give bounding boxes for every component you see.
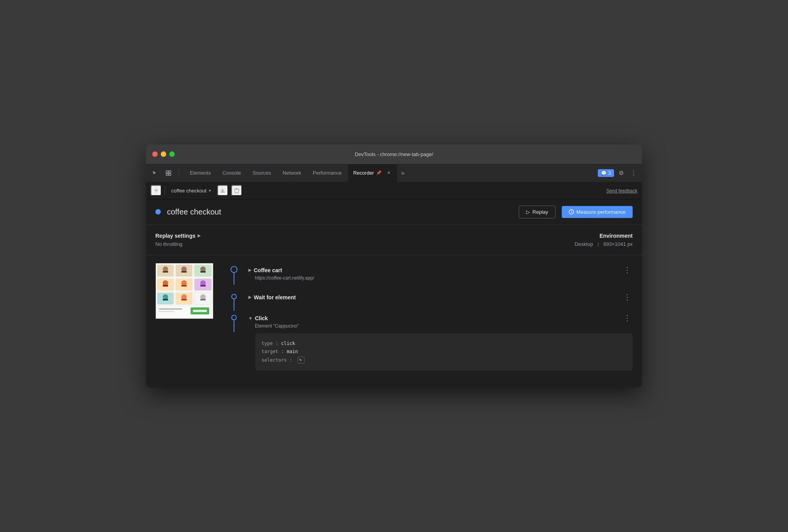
code-target-key: target [262,349,278,354]
export-button[interactable] [217,185,228,196]
more-options-button[interactable]: ⋮ [628,168,639,178]
code-selectors-key: selectors [262,357,287,363]
maximize-button[interactable] [169,151,175,157]
env-type: Desktop [575,241,593,247]
step-2-more-button[interactable]: ⋮ [622,292,633,302]
step-1-body: ▶ Coffee cart ⋮ https://coffee-cart.netl… [243,265,633,290]
svg-rect-38 [193,310,207,312]
measure-performance-button[interactable]: Measure performance [562,206,633,218]
more-tabs-button[interactable]: » [398,165,408,182]
code-target-line: target : main [262,348,626,356]
toolbar-divider [165,186,165,195]
step-3-line [234,320,234,332]
steps-list: ▶ Coffee cart ⋮ https://coffee-cart.netl… [225,263,633,380]
tab-bar: Elements Console Sources Network Perform… [146,165,642,182]
recording-header: coffee checkout ▷ Replay Measure perform… [146,199,642,225]
tab-elements[interactable]: Elements [184,165,216,182]
svg-rect-0 [166,171,168,173]
replay-label: Replay [532,209,548,215]
svg-rect-36 [159,311,174,312]
tab-close-icon[interactable]: ✕ [385,170,392,176]
settings-section: Replay settings ▶ No throttling Environm… [146,225,642,255]
code-selectors-line: selectors : [262,356,626,365]
svg-rect-4 [220,192,225,192]
step-item-coffee-cart: ▶ Coffee cart ⋮ https://coffee-cart.netl… [225,263,633,290]
issues-icon: 💬 [601,170,607,176]
svg-point-19 [163,280,168,286]
step-3-name: Click [255,315,268,321]
step-3-dot [231,315,237,320]
svg-point-14 [200,266,206,272]
delete-button[interactable] [231,185,242,196]
step-2-line [234,299,234,311]
step-item-click: ▼ Click ⋮ Element "Cappucino" type : cli… [225,311,633,380]
svg-rect-20 [163,285,168,287]
tab-divider [179,168,179,178]
step-2-expand-icon[interactable]: ▶ [248,295,251,300]
add-recording-button[interactable]: + [151,185,162,196]
window-title: DevTools - chrome://new-tab-page/ [355,151,433,157]
svg-rect-35 [159,308,182,310]
tab-sources[interactable]: Sources [247,165,277,182]
code-type-line: type : click [262,340,626,348]
svg-rect-24 [200,285,206,287]
settings-expand-icon: ▶ [198,233,201,238]
svg-rect-2 [166,173,168,175]
step-3-timeline [225,313,243,332]
send-feedback-link[interactable]: Send feedback [606,188,637,194]
svg-point-12 [181,266,187,272]
svg-rect-22 [181,285,187,287]
step-2-name: Wait for element [254,294,296,300]
minimize-button[interactable] [161,151,166,157]
tab-recorder[interactable]: Recorder 📌 ✕ [348,165,397,182]
code-type-value: click [281,341,295,346]
svg-rect-3 [169,173,171,175]
recording-screenshot [155,263,213,319]
step-3-subtitle: Element "Cappucino" [248,323,633,329]
step-1-timeline [225,265,243,285]
step-1-title-row: ▶ Coffee cart ⋮ [248,266,633,275]
environment-label: Environment [394,233,633,239]
tab-console[interactable]: Console [217,165,246,182]
recording-status-indicator [155,209,161,215]
svg-rect-11 [163,271,168,273]
svg-rect-33 [200,299,206,300]
toolbar-right: Send feedback [606,187,637,194]
step-1-dot [231,266,237,273]
replay-button[interactable]: ▷ Replay [519,206,555,218]
step-1-url: https://coffee-cart.netlify.app/ [248,275,633,281]
replay-settings-panel: Replay settings ▶ No throttling [155,233,394,247]
title-bar: DevTools - chrome://new-tab-page/ [146,144,642,165]
step-3-more-button[interactable]: ⋮ [622,313,633,323]
inspect-icon[interactable] [163,168,174,178]
issues-badge-button[interactable]: 💬 3 [598,169,614,177]
recording-selector[interactable]: coffee checkout ▾ [168,186,214,195]
environment-value: Desktop | 893×1041 px [394,241,633,247]
env-separator: | [597,241,600,247]
replay-play-icon: ▷ [526,209,530,215]
recording-toolbar: + coffee checkout ▾ Send feedback [146,182,642,199]
selector-picker-icon[interactable] [298,357,305,364]
main-content: coffee checkout ▷ Replay Measure perform… [146,199,642,388]
tab-network[interactable]: Network [277,165,307,182]
step-1-expand-icon[interactable]: ▶ [248,268,251,273]
cursor-icon[interactable] [149,168,160,178]
recording-name-label: coffee checkout [171,188,206,194]
env-size: 893×1041 px [603,241,633,247]
tab-performance[interactable]: Performance [307,165,347,182]
step-3-expand-icon[interactable]: ▼ [248,316,253,321]
settings-icon-button[interactable]: ⚙ [616,168,626,178]
replay-settings-label[interactable]: Replay settings ▶ [155,233,394,239]
step-1-more-button[interactable]: ⋮ [622,265,633,275]
svg-point-10 [163,266,168,272]
devtools-window: DevTools - chrome://new-tab-page/ Elemen… [146,144,642,388]
step-2-body: ▶ Wait for element ⋮ [243,292,633,311]
close-button[interactable] [152,151,158,157]
svg-rect-29 [163,299,168,300]
step-1-name: Coffee cart [254,267,282,273]
measure-label: Measure performance [576,209,626,215]
environment-panel: Environment Desktop | 893×1041 px [394,233,633,247]
step-2-dot [231,294,237,299]
step-3-title-row: ▼ Click ⋮ [248,314,633,323]
code-type-key: type [262,341,273,346]
